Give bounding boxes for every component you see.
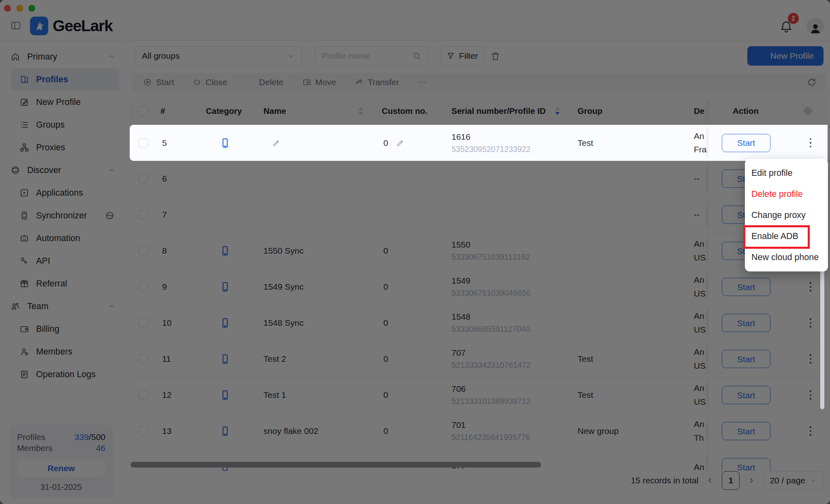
custom-no: 0 <box>383 138 388 148</box>
group-name: Test <box>578 138 593 148</box>
profile-id: 535230952071233922 <box>451 145 531 154</box>
menu-item-delete-profile[interactable]: Delete profile <box>745 184 828 205</box>
row-actions-button[interactable] <box>806 136 815 150</box>
vertical-scrollbar[interactable] <box>820 267 824 409</box>
cloud-phone-icon <box>220 135 231 152</box>
edit-name-icon[interactable] <box>272 138 281 147</box>
annotation-box <box>743 225 810 249</box>
start-button[interactable]: Start <box>722 134 770 152</box>
table-row-5[interactable]: 501616535230952071233922TestAnFraStart <box>130 125 828 161</box>
row-checkbox[interactable] <box>139 138 148 147</box>
geelark-window: GeeLark 2 PrimaryProfilesNew ProfileGrou… <box>0 0 830 504</box>
menu-item-change-proxy[interactable]: Change proxy <box>745 205 828 226</box>
row-context-menu: Edit profileDelete profileChange proxyEn… <box>745 159 828 271</box>
serial-profile-id: 1616535230952071233922 <box>451 132 531 154</box>
menu-item-new-cloud-phone[interactable]: New cloud phone <box>745 247 828 268</box>
pinned-action-cell: Start <box>708 125 828 161</box>
edit-custom-no-icon[interactable] <box>396 138 405 147</box>
serial-number: 1616 <box>451 132 531 142</box>
dim-overlay <box>0 0 830 504</box>
row-number: 5 <box>162 138 167 148</box>
menu-item-edit-profile[interactable]: Edit profile <box>745 162 828 184</box>
